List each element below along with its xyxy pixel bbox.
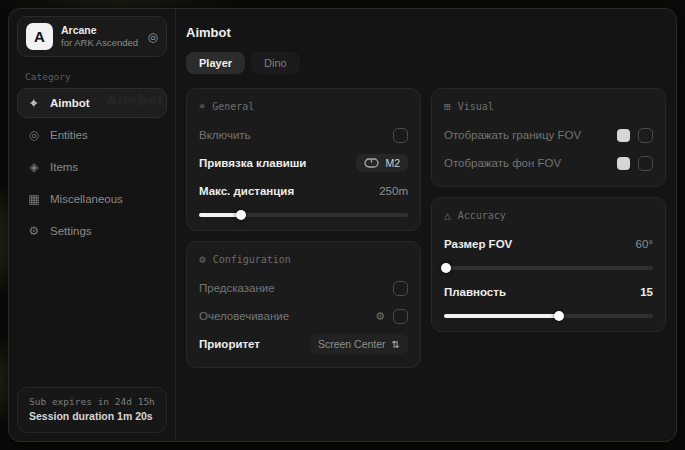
- prediction-label: Предсказание: [199, 282, 275, 294]
- humanize-checkbox[interactable]: [393, 309, 408, 324]
- sidebar-item-label: Miscellaneous: [50, 193, 123, 205]
- fov-size-label: Размер FOV: [444, 238, 512, 250]
- fov-bg-label: Отображать фон FOV: [444, 157, 561, 169]
- smoothness-label: Плавность: [444, 286, 506, 298]
- smoothness-slider[interactable]: [444, 308, 653, 320]
- sub-expiry-text: Sub expires in 24d 15h: [29, 395, 155, 409]
- sidebar-item-label: Items: [50, 161, 78, 173]
- crosshair-icon: ⌖: [27, 96, 41, 110]
- slider-thumb[interactable]: [441, 263, 451, 273]
- package-icon: ◈: [27, 160, 41, 174]
- scan-icon: ◎: [27, 128, 41, 142]
- priority-label: Приоритет: [199, 338, 260, 350]
- enable-label: Включить: [199, 129, 251, 141]
- sidebar-item-label: Entities: [50, 129, 88, 141]
- configuration-card: ⚙ Configuration Предсказание Очеловечива…: [186, 241, 421, 368]
- brand-title: Arcane: [61, 24, 140, 37]
- priority-dropdown[interactable]: Screen Center ⇅: [310, 334, 408, 354]
- category-label: Category: [25, 71, 159, 82]
- keybind-chip[interactable]: M2: [356, 154, 408, 172]
- accuracy-section-icon: △: [444, 209, 451, 222]
- target-icon[interactable]: ◎: [148, 30, 158, 44]
- fov-border-label: Отображать границу FOV: [444, 129, 581, 141]
- sidebar-nav: ⌖ Aimbot Aimbot ◎ Entities ◈ Items ▦ Mis…: [9, 86, 175, 248]
- accuracy-card: △ Accuracy Размер FOV 60°: [431, 197, 666, 332]
- max-distance-slider[interactable]: [199, 207, 408, 219]
- general-section-title: General: [212, 101, 254, 112]
- subscription-card: Sub expires in 24d 15h Session duration …: [17, 387, 167, 433]
- configuration-section-icon: ⚙: [199, 253, 206, 266]
- brand-card: A Arcane for ARK Ascended ◎: [17, 16, 167, 57]
- smoothness-value: 15: [640, 286, 653, 298]
- grid-icon: ▦: [27, 192, 41, 206]
- keybind-label: Привязка клавиши: [199, 157, 306, 169]
- sidebar-item-items[interactable]: ◈ Items: [17, 152, 167, 182]
- sidebar-item-label: Settings: [50, 225, 92, 237]
- session-duration-text: Session duration 1m 20s: [29, 409, 155, 425]
- tab-dino[interactable]: Dino: [251, 52, 300, 74]
- humanize-settings-gear-icon[interactable]: ⚙: [375, 310, 385, 323]
- humanize-label: Очеловечивание: [199, 310, 289, 322]
- accuracy-section-title: Accuracy: [458, 210, 506, 221]
- main-content: Aimbot Player Dino ⌖ General Включить: [176, 9, 676, 441]
- fov-bg-color-swatch[interactable]: [617, 157, 630, 170]
- fov-size-slider[interactable]: [444, 260, 653, 272]
- enable-checkbox[interactable]: [393, 128, 408, 143]
- visual-section-title: Visual: [458, 101, 494, 112]
- visual-section-icon: ⊞: [444, 100, 451, 113]
- sidebar-item-label: Aimbot: [50, 97, 90, 109]
- general-section-icon: ⌖: [199, 100, 205, 113]
- fov-size-value: 60°: [636, 238, 653, 250]
- brand-subtitle: for ARK Ascended: [61, 37, 140, 49]
- slider-thumb[interactable]: [554, 311, 564, 321]
- unfold-icon: ⇅: [392, 339, 400, 350]
- general-card: ⌖ General Включить Привязка клавиши: [186, 88, 421, 231]
- sidebar-item-settings[interactable]: ⚙ Settings: [17, 216, 167, 246]
- tab-bar: Player Dino: [186, 52, 666, 74]
- keybind-value: M2: [385, 157, 400, 169]
- mouse-icon: [364, 158, 379, 168]
- tab-player[interactable]: Player: [186, 52, 245, 74]
- slider-thumb[interactable]: [236, 210, 246, 220]
- app-window: A Arcane for ARK Ascended ◎ Category ⌖ A…: [8, 8, 677, 442]
- fov-border-color-swatch[interactable]: [617, 129, 630, 142]
- page-title: Aimbot: [186, 25, 666, 40]
- visual-card: ⊞ Visual Отображать границу FOV Отобража…: [431, 88, 666, 187]
- max-distance-value: 250m: [379, 185, 408, 197]
- sidebar-item-entities[interactable]: ◎ Entities: [17, 120, 167, 150]
- priority-value: Screen Center: [318, 338, 386, 350]
- fov-bg-checkbox[interactable]: [638, 156, 653, 171]
- ghost-watermark: Aimbot: [106, 91, 164, 108]
- prediction-checkbox[interactable]: [393, 281, 408, 296]
- sidebar-item-aimbot[interactable]: ⌖ Aimbot Aimbot: [17, 88, 167, 118]
- sidebar: A Arcane for ARK Ascended ◎ Category ⌖ A…: [9, 9, 176, 441]
- sidebar-item-miscellaneous[interactable]: ▦ Miscellaneous: [17, 184, 167, 214]
- max-distance-label: Макс. дистанция: [199, 185, 294, 197]
- gear-icon: ⚙: [27, 224, 41, 238]
- fov-border-checkbox[interactable]: [638, 128, 653, 143]
- brand-logo: A: [26, 23, 53, 50]
- configuration-section-title: Configuration: [213, 254, 291, 265]
